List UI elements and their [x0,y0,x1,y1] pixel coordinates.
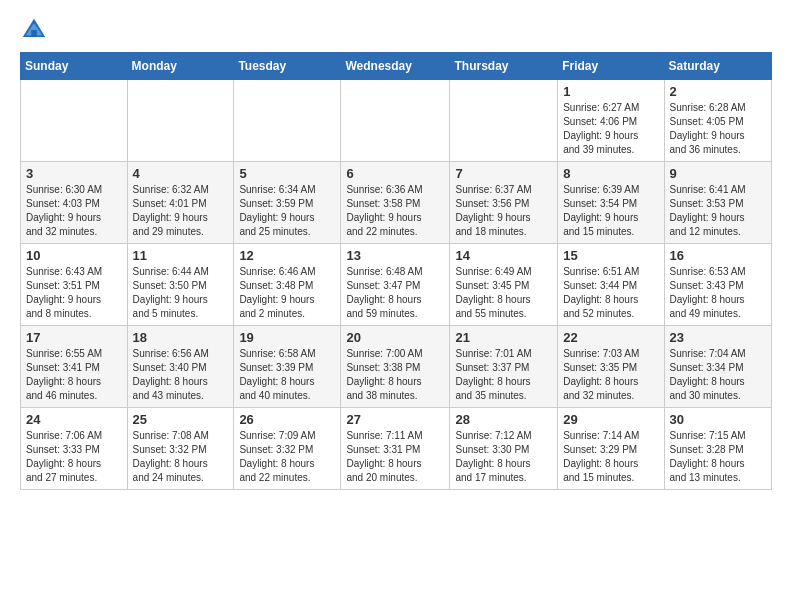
day-number: 23 [670,330,766,345]
calendar-cell: 16Sunrise: 6:53 AM Sunset: 3:43 PM Dayli… [664,244,771,326]
calendar-cell: 1Sunrise: 6:27 AM Sunset: 4:06 PM Daylig… [558,80,664,162]
day-of-week-header: Tuesday [234,53,341,80]
day-of-week-header: Sunday [21,53,128,80]
calendar-body: 1Sunrise: 6:27 AM Sunset: 4:06 PM Daylig… [21,80,772,490]
calendar-cell: 3Sunrise: 6:30 AM Sunset: 4:03 PM Daylig… [21,162,128,244]
day-info: Sunrise: 6:51 AM Sunset: 3:44 PM Dayligh… [563,265,658,321]
calendar-cell: 2Sunrise: 6:28 AM Sunset: 4:05 PM Daylig… [664,80,771,162]
day-number: 5 [239,166,335,181]
day-info: Sunrise: 6:41 AM Sunset: 3:53 PM Dayligh… [670,183,766,239]
day-of-week-header: Monday [127,53,234,80]
day-number: 3 [26,166,122,181]
calendar-cell: 7Sunrise: 6:37 AM Sunset: 3:56 PM Daylig… [450,162,558,244]
day-number: 13 [346,248,444,263]
day-info: Sunrise: 6:48 AM Sunset: 3:47 PM Dayligh… [346,265,444,321]
day-number: 6 [346,166,444,181]
day-info: Sunrise: 6:36 AM Sunset: 3:58 PM Dayligh… [346,183,444,239]
calendar-cell: 9Sunrise: 6:41 AM Sunset: 3:53 PM Daylig… [664,162,771,244]
day-info: Sunrise: 6:30 AM Sunset: 4:03 PM Dayligh… [26,183,122,239]
day-number: 21 [455,330,552,345]
day-number: 16 [670,248,766,263]
calendar-cell: 20Sunrise: 7:00 AM Sunset: 3:38 PM Dayli… [341,326,450,408]
day-info: Sunrise: 6:28 AM Sunset: 4:05 PM Dayligh… [670,101,766,157]
day-number: 18 [133,330,229,345]
logo-icon [20,16,48,44]
calendar-cell [341,80,450,162]
day-number: 25 [133,412,229,427]
logo [20,16,52,44]
day-info: Sunrise: 7:00 AM Sunset: 3:38 PM Dayligh… [346,347,444,403]
day-info: Sunrise: 6:39 AM Sunset: 3:54 PM Dayligh… [563,183,658,239]
day-of-week-header: Wednesday [341,53,450,80]
calendar-week-row: 24Sunrise: 7:06 AM Sunset: 3:33 PM Dayli… [21,408,772,490]
calendar-week-row: 10Sunrise: 6:43 AM Sunset: 3:51 PM Dayli… [21,244,772,326]
calendar-cell: 28Sunrise: 7:12 AM Sunset: 3:30 PM Dayli… [450,408,558,490]
day-info: Sunrise: 6:27 AM Sunset: 4:06 PM Dayligh… [563,101,658,157]
day-number: 12 [239,248,335,263]
day-info: Sunrise: 7:14 AM Sunset: 3:29 PM Dayligh… [563,429,658,485]
header-row: SundayMondayTuesdayWednesdayThursdayFrid… [21,53,772,80]
day-info: Sunrise: 7:08 AM Sunset: 3:32 PM Dayligh… [133,429,229,485]
day-number: 2 [670,84,766,99]
calendar-cell: 6Sunrise: 6:36 AM Sunset: 3:58 PM Daylig… [341,162,450,244]
calendar-week-row: 1Sunrise: 6:27 AM Sunset: 4:06 PM Daylig… [21,80,772,162]
calendar-cell: 4Sunrise: 6:32 AM Sunset: 4:01 PM Daylig… [127,162,234,244]
day-info: Sunrise: 7:06 AM Sunset: 3:33 PM Dayligh… [26,429,122,485]
day-number: 9 [670,166,766,181]
calendar-cell: 8Sunrise: 6:39 AM Sunset: 3:54 PM Daylig… [558,162,664,244]
day-info: Sunrise: 7:09 AM Sunset: 3:32 PM Dayligh… [239,429,335,485]
day-of-week-header: Thursday [450,53,558,80]
day-info: Sunrise: 7:03 AM Sunset: 3:35 PM Dayligh… [563,347,658,403]
calendar-cell: 13Sunrise: 6:48 AM Sunset: 3:47 PM Dayli… [341,244,450,326]
calendar-cell: 14Sunrise: 6:49 AM Sunset: 3:45 PM Dayli… [450,244,558,326]
calendar-cell: 29Sunrise: 7:14 AM Sunset: 3:29 PM Dayli… [558,408,664,490]
calendar-cell: 18Sunrise: 6:56 AM Sunset: 3:40 PM Dayli… [127,326,234,408]
day-info: Sunrise: 6:58 AM Sunset: 3:39 PM Dayligh… [239,347,335,403]
calendar-cell [21,80,128,162]
calendar-cell: 22Sunrise: 7:03 AM Sunset: 3:35 PM Dayli… [558,326,664,408]
day-number: 17 [26,330,122,345]
day-number: 26 [239,412,335,427]
day-of-week-header: Friday [558,53,664,80]
day-number: 7 [455,166,552,181]
day-number: 28 [455,412,552,427]
day-info: Sunrise: 6:37 AM Sunset: 3:56 PM Dayligh… [455,183,552,239]
calendar-cell: 23Sunrise: 7:04 AM Sunset: 3:34 PM Dayli… [664,326,771,408]
day-number: 15 [563,248,658,263]
day-number: 24 [26,412,122,427]
day-number: 4 [133,166,229,181]
calendar-cell: 26Sunrise: 7:09 AM Sunset: 3:32 PM Dayli… [234,408,341,490]
calendar-cell: 30Sunrise: 7:15 AM Sunset: 3:28 PM Dayli… [664,408,771,490]
day-info: Sunrise: 6:49 AM Sunset: 3:45 PM Dayligh… [455,265,552,321]
calendar-cell: 19Sunrise: 6:58 AM Sunset: 3:39 PM Dayli… [234,326,341,408]
calendar-cell [450,80,558,162]
day-info: Sunrise: 7:11 AM Sunset: 3:31 PM Dayligh… [346,429,444,485]
calendar-cell: 27Sunrise: 7:11 AM Sunset: 3:31 PM Dayli… [341,408,450,490]
day-number: 10 [26,248,122,263]
calendar-week-row: 3Sunrise: 6:30 AM Sunset: 4:03 PM Daylig… [21,162,772,244]
calendar-cell: 12Sunrise: 6:46 AM Sunset: 3:48 PM Dayli… [234,244,341,326]
day-number: 11 [133,248,229,263]
day-info: Sunrise: 6:43 AM Sunset: 3:51 PM Dayligh… [26,265,122,321]
day-of-week-header: Saturday [664,53,771,80]
day-info: Sunrise: 7:04 AM Sunset: 3:34 PM Dayligh… [670,347,766,403]
page-header [20,16,772,44]
day-number: 27 [346,412,444,427]
day-number: 8 [563,166,658,181]
svg-rect-2 [31,30,37,37]
day-info: Sunrise: 7:15 AM Sunset: 3:28 PM Dayligh… [670,429,766,485]
day-number: 22 [563,330,658,345]
day-info: Sunrise: 6:44 AM Sunset: 3:50 PM Dayligh… [133,265,229,321]
calendar-cell: 25Sunrise: 7:08 AM Sunset: 3:32 PM Dayli… [127,408,234,490]
day-info: Sunrise: 7:12 AM Sunset: 3:30 PM Dayligh… [455,429,552,485]
day-info: Sunrise: 6:53 AM Sunset: 3:43 PM Dayligh… [670,265,766,321]
calendar-cell [127,80,234,162]
calendar-cell: 5Sunrise: 6:34 AM Sunset: 3:59 PM Daylig… [234,162,341,244]
calendar-cell: 15Sunrise: 6:51 AM Sunset: 3:44 PM Dayli… [558,244,664,326]
day-number: 19 [239,330,335,345]
day-info: Sunrise: 6:32 AM Sunset: 4:01 PM Dayligh… [133,183,229,239]
calendar-header: SundayMondayTuesdayWednesdayThursdayFrid… [21,53,772,80]
calendar-week-row: 17Sunrise: 6:55 AM Sunset: 3:41 PM Dayli… [21,326,772,408]
calendar-table: SundayMondayTuesdayWednesdayThursdayFrid… [20,52,772,490]
calendar-cell: 10Sunrise: 6:43 AM Sunset: 3:51 PM Dayli… [21,244,128,326]
